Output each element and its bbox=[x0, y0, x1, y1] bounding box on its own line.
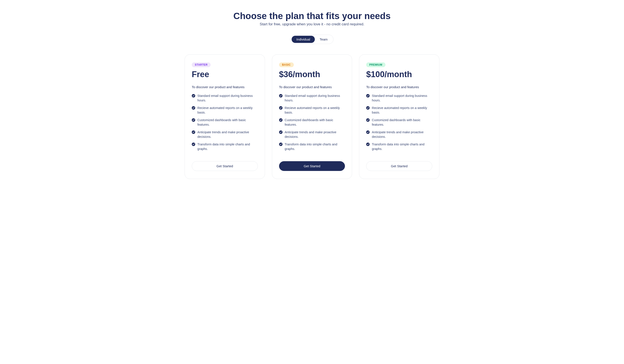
check-icon bbox=[192, 106, 195, 110]
feature-item: Recieve automated reports on a weekly ba… bbox=[192, 106, 258, 115]
svg-point-8 bbox=[279, 130, 283, 134]
plan-toggle-container: Individual Team bbox=[185, 35, 439, 44]
pricing-card-starter: STARTERFreeTo discover our product and f… bbox=[185, 54, 265, 179]
feature-item: Anticipate trends and make proactive dec… bbox=[279, 130, 345, 139]
toggle-individual-button[interactable]: Individual bbox=[292, 36, 315, 43]
toggle-team-button[interactable]: Team bbox=[315, 36, 332, 43]
check-icon bbox=[366, 106, 370, 110]
svg-point-1 bbox=[192, 106, 195, 110]
check-icon bbox=[279, 106, 283, 110]
plan-toggle: Individual Team bbox=[290, 35, 334, 44]
check-icon bbox=[366, 118, 370, 122]
check-icon bbox=[192, 143, 195, 146]
svg-point-7 bbox=[279, 118, 283, 122]
get-started-button[interactable]: Get Started bbox=[366, 161, 432, 171]
feature-item: Transform data into simple charts and gr… bbox=[192, 142, 258, 151]
feature-text: Transform data into simple charts and gr… bbox=[285, 142, 345, 151]
feature-text: Customized dashboards with basic feature… bbox=[197, 118, 258, 127]
feature-text: Anticipate trends and make proactive dec… bbox=[372, 130, 432, 139]
feature-item: Anticipate trends and make proactive dec… bbox=[366, 130, 432, 139]
check-icon bbox=[279, 94, 283, 98]
check-icon bbox=[366, 130, 370, 134]
feature-item: Customized dashboards with basic feature… bbox=[192, 118, 258, 127]
svg-point-14 bbox=[366, 143, 370, 146]
plan-badge: BASIC bbox=[279, 62, 294, 67]
feature-text: Anticipate trends and make proactive dec… bbox=[197, 130, 258, 139]
plan-price: $100/month bbox=[366, 70, 432, 79]
feature-item: Standard email support during business h… bbox=[279, 94, 345, 103]
check-icon bbox=[279, 143, 283, 146]
feature-item: Customized dashboards with basic feature… bbox=[366, 118, 432, 127]
feature-text: Transform data into simple charts and gr… bbox=[372, 142, 432, 151]
check-icon bbox=[366, 94, 370, 98]
feature-text: Anticipate trends and make proactive dec… bbox=[285, 130, 345, 139]
svg-point-4 bbox=[192, 143, 195, 146]
plan-badge: PREMIUM bbox=[366, 62, 385, 67]
get-started-button[interactable]: Get Started bbox=[279, 161, 345, 171]
svg-point-11 bbox=[366, 106, 370, 110]
get-started-button[interactable]: Get Started bbox=[192, 161, 258, 171]
feature-item: Transform data into simple charts and gr… bbox=[366, 142, 432, 151]
svg-point-9 bbox=[279, 143, 283, 146]
check-icon bbox=[279, 118, 283, 122]
feature-text: Recieve automated reports on a weekly ba… bbox=[285, 106, 345, 115]
plan-price: $36/month bbox=[279, 70, 345, 79]
check-icon bbox=[366, 143, 370, 146]
feature-text: Customized dashboards with basic feature… bbox=[372, 118, 432, 127]
svg-point-13 bbox=[366, 130, 370, 134]
plan-price: Free bbox=[192, 70, 258, 79]
feature-item: Standard email support during business h… bbox=[192, 94, 258, 103]
feature-item: Transform data into simple charts and gr… bbox=[279, 142, 345, 151]
feature-text: Recieve automated reports on a weekly ba… bbox=[197, 106, 258, 115]
check-icon bbox=[192, 94, 195, 98]
check-icon bbox=[279, 130, 283, 134]
pricing-card-basic: BASIC$36/monthTo discover our product an… bbox=[272, 54, 352, 179]
check-icon bbox=[192, 130, 195, 134]
feature-text: Standard email support during business h… bbox=[372, 94, 432, 103]
feature-text: Standard email support during business h… bbox=[285, 94, 345, 103]
feature-text: Recieve automated reports on a weekly ba… bbox=[372, 106, 432, 115]
pricing-cards: STARTERFreeTo discover our product and f… bbox=[185, 54, 439, 179]
feature-item: Customized dashboards with basic feature… bbox=[279, 118, 345, 127]
page-title: Choose the plan that fits your needs bbox=[185, 11, 439, 21]
svg-point-5 bbox=[279, 94, 283, 98]
pricing-card-premium: PREMIUM$100/monthTo discover our product… bbox=[359, 54, 439, 179]
plan-description: To discover our product and features bbox=[192, 85, 258, 89]
plan-description: To discover our product and features bbox=[279, 85, 345, 89]
feature-item: Anticipate trends and make proactive dec… bbox=[192, 130, 258, 139]
feature-text: Transform data into simple charts and gr… bbox=[197, 142, 258, 151]
feature-text: Customized dashboards with basic feature… bbox=[285, 118, 345, 127]
feature-item: Standard email support during business h… bbox=[366, 94, 432, 103]
feature-item: Recieve automated reports on a weekly ba… bbox=[279, 106, 345, 115]
plan-badge: STARTER bbox=[192, 62, 210, 67]
pricing-header: Choose the plan that fits your needs Sta… bbox=[185, 11, 439, 26]
svg-point-10 bbox=[366, 94, 370, 98]
svg-point-0 bbox=[192, 94, 195, 98]
svg-point-3 bbox=[192, 130, 195, 134]
feature-list: Standard email support during business h… bbox=[279, 94, 345, 154]
svg-point-12 bbox=[366, 118, 370, 122]
feature-item: Recieve automated reports on a weekly ba… bbox=[366, 106, 432, 115]
page-subtitle: Start for free, upgrade when you love it… bbox=[185, 22, 439, 26]
check-icon bbox=[192, 118, 195, 122]
feature-list: Standard email support during business h… bbox=[366, 94, 432, 154]
svg-point-6 bbox=[279, 106, 283, 110]
plan-description: To discover our product and features bbox=[366, 85, 432, 89]
svg-point-2 bbox=[192, 118, 195, 122]
feature-text: Standard email support during business h… bbox=[197, 94, 258, 103]
feature-list: Standard email support during business h… bbox=[192, 94, 258, 154]
